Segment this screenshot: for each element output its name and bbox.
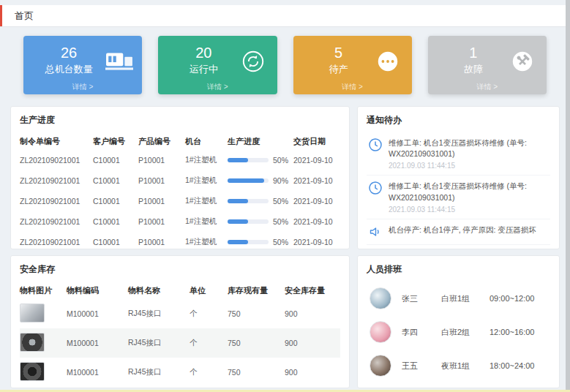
progress-label: 50% xyxy=(273,156,288,165)
progress-track xyxy=(228,158,269,162)
page-content: 26 总机台数量 详情 > 20 运行中 xyxy=(0,27,570,388)
customer-no: C10001 xyxy=(93,176,138,185)
notification-item[interactable]: 维修工单: 机台1变压器损坏待维修 (单号: WX202109031001) 2… xyxy=(367,176,550,219)
clock-icon xyxy=(368,181,383,195)
progress-label: 50% xyxy=(273,197,288,206)
product-no: P10001 xyxy=(138,176,185,185)
col-header: 机台 xyxy=(185,136,228,147)
stat-cards: 26 总机台数量 详情 > 20 运行中 xyxy=(10,33,560,97)
order-no: ZL202109021001 xyxy=(20,156,93,165)
col-header: 生产进度 xyxy=(228,136,293,147)
notifications-panel: 通知待办 维修工单: 机台1变压器损坏待维修 (单号: WX2021090310… xyxy=(357,106,560,249)
card-label: 故障 xyxy=(437,63,510,76)
machine: 1#注塑机 xyxy=(185,216,228,227)
material-photo xyxy=(20,362,45,381)
machine: 1#注塑机 xyxy=(185,196,228,206)
notification-text: 维修工单: 机台1变压器损坏待维修 (单号: WX202109031001) xyxy=(389,137,549,159)
col-header: 制令单编号 xyxy=(20,136,93,147)
panel-title: 安全库存 xyxy=(20,263,340,276)
card-detail-link[interactable]: 详情 > xyxy=(158,82,277,92)
notification-body: 维修工单: 机台1变压器损坏待维修 (单号: WX202109031001) 2… xyxy=(389,137,549,170)
avatar xyxy=(370,287,391,309)
speaker-icon xyxy=(368,225,383,239)
progress-track xyxy=(228,178,269,183)
col-header: 客户编号 xyxy=(93,136,138,147)
customer-no: C10001 xyxy=(93,217,138,226)
notification-body: 机台停产: 机台1停产, 停产原因: 变压器损坏 xyxy=(389,225,549,239)
panel-title: 通知待办 xyxy=(367,114,550,127)
card-fault[interactable]: 1 故障 详情 > xyxy=(428,36,547,94)
right-column: 通知待办 维修工单: 机台1变压器损坏待维修 (单号: WX2021090310… xyxy=(357,106,560,388)
progress-track xyxy=(228,199,269,203)
progress-label: 50% xyxy=(273,217,288,226)
top-header: 首页 xyxy=(0,5,570,27)
card-value: 5 xyxy=(302,45,375,61)
machine: 1#注塑机 xyxy=(185,237,228,247)
shift-label: 夜班1组 xyxy=(441,361,490,372)
customer-no: C10001 xyxy=(93,197,138,206)
notification-time: 2021.09.03 11:44:15 xyxy=(389,162,549,170)
col-header: 产品编号 xyxy=(138,136,185,147)
shift-label: 白班1组 xyxy=(441,293,490,304)
shift-time: 18:00~24:00 xyxy=(490,361,550,370)
progress-fill xyxy=(228,158,248,162)
stock-qty: 750 xyxy=(228,368,285,377)
notification-item[interactable]: 计划督促: 机台1生产计划已督促 2021.09.03 11:44:15 xyxy=(367,245,550,249)
table-row: ZL202109021001 C10001 P10001 1#注塑机 50% 2… xyxy=(20,232,340,249)
person-name: 王五 xyxy=(402,361,441,372)
notification-item[interactable]: 维修工单: 机台1变压器损坏待维修 (单号: WX202109031001) 2… xyxy=(367,132,550,176)
card-detail-link[interactable]: 详情 > xyxy=(23,82,142,92)
col-header: 物料图片 xyxy=(20,285,67,296)
machine-icon xyxy=(105,49,133,74)
card-total-machines[interactable]: 26 总机台数量 详情 > xyxy=(23,36,142,94)
progress-cell: 50% xyxy=(228,197,293,206)
avatar xyxy=(370,321,391,343)
col-header: 物料编码 xyxy=(67,285,128,296)
progress-fill xyxy=(228,178,264,183)
card-detail-link[interactable]: 详情 > xyxy=(428,82,547,92)
progress-cell: 50% xyxy=(228,217,293,226)
card-value: 20 xyxy=(167,45,240,61)
avatar xyxy=(370,355,391,377)
safety-qty: 900 xyxy=(285,368,340,377)
running-icon xyxy=(241,49,269,74)
product-no: P10001 xyxy=(138,238,185,246)
notification-item[interactable]: 机台停产: 机台1停产, 停产原因: 变压器损坏 xyxy=(367,219,550,245)
table-row: ZL202109021001 C10001 P10001 1#注塑机 50% 2… xyxy=(20,191,340,211)
safety-qty: 900 xyxy=(285,309,340,318)
delivery-date: 2021-09-10 xyxy=(293,176,342,185)
col-header: 单位 xyxy=(190,285,228,296)
unit: 个 xyxy=(190,367,228,377)
person-name: 张三 xyxy=(402,293,441,304)
card-value: 1 xyxy=(437,45,510,61)
col-header: 库存现有量 xyxy=(228,285,285,296)
card-running[interactable]: 20 运行中 详情 > xyxy=(158,36,277,94)
notification-text: 机台停产: 机台1停产, 停产原因: 变压器损坏 xyxy=(389,225,549,235)
card-value: 26 xyxy=(32,45,105,61)
progress-cell: 90% xyxy=(228,176,293,185)
order-no: ZL202109021001 xyxy=(20,238,93,246)
card-detail-link[interactable]: 详情 > xyxy=(293,82,412,92)
col-header: 安全库存量 xyxy=(285,285,340,296)
progress-label: 90% xyxy=(273,176,288,185)
material-name: RJ45接口 xyxy=(128,338,190,348)
col-header: 物料名称 xyxy=(128,285,190,296)
delivery-date: 2021-09-10 xyxy=(293,197,342,206)
progress-label: 50% xyxy=(273,238,288,246)
delivery-date: 2021-09-10 xyxy=(293,238,342,246)
tools-icon xyxy=(510,49,538,74)
order-no: ZL202109021001 xyxy=(20,197,93,206)
customer-no: C10001 xyxy=(93,156,138,165)
customer-no: C10001 xyxy=(93,238,138,246)
table-row: ZL202109021001 C10001 P10001 1#注塑机 90% 2… xyxy=(20,170,340,191)
material-code: M100001 xyxy=(67,339,128,347)
table-row: ZL202109021001 C10001 P10001 1#注塑机 50% 2… xyxy=(20,150,340,170)
production-progress-panel: 生产进度 制令单编号 客户编号 产品编号 机台 生产进度 交货日期 ZL2021… xyxy=(10,106,350,249)
left-column: 生产进度 制令单编号 客户编号 产品编号 机台 生产进度 交货日期 ZL2021… xyxy=(10,106,350,388)
safety-qty: 900 xyxy=(285,339,340,347)
col-header: 交货日期 xyxy=(293,136,342,147)
material-photo xyxy=(20,304,45,323)
product-no: P10001 xyxy=(138,156,185,165)
card-waiting[interactable]: 5 待产 详情 > xyxy=(293,36,412,94)
material-photo xyxy=(20,333,45,352)
